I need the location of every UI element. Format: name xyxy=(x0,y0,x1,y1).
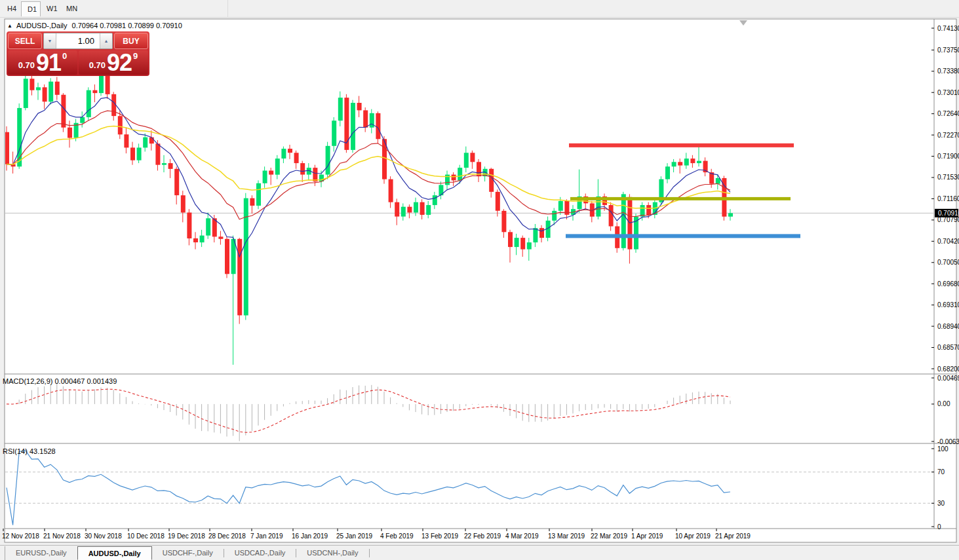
svg-text:0.73380: 0.73380 xyxy=(937,67,959,75)
svg-text:0.004694: 0.004694 xyxy=(937,375,959,382)
svg-text:30 Nov 2018: 30 Nov 2018 xyxy=(85,532,122,540)
svg-text:0.68940: 0.68940 xyxy=(937,323,959,330)
svg-text:10 Apr 2019: 10 Apr 2019 xyxy=(675,532,711,540)
buy-price-display[interactable]: 0.70 92 9 xyxy=(79,50,148,75)
tab-bar-lead xyxy=(0,546,5,560)
svg-text:0.69680: 0.69680 xyxy=(937,280,959,288)
chart-ohlc-values: 0.70964 0.70981 0.70899 0.70910 xyxy=(72,22,182,29)
chart-title: ▲AUDUSD-,Daily0.70964 0.70981 0.70899 0.… xyxy=(7,22,182,29)
svg-text:0: 0 xyxy=(937,523,941,531)
svg-text:22 Mar 2019: 22 Mar 2019 xyxy=(591,532,628,540)
svg-text:0.70790: 0.70790 xyxy=(937,216,959,223)
sell-button[interactable]: SELL xyxy=(8,33,42,49)
svg-text:0.74130: 0.74130 xyxy=(937,25,959,32)
svg-text:25 Jan 2019: 25 Jan 2019 xyxy=(336,532,372,540)
svg-text:0.73750: 0.73750 xyxy=(937,47,959,54)
svg-text:0.70420: 0.70420 xyxy=(937,238,959,245)
tab-timeframe-h4[interactable]: H4 xyxy=(1,1,21,16)
svg-text:0.68200: 0.68200 xyxy=(937,365,959,373)
svg-text:0.00: 0.00 xyxy=(937,400,950,407)
sell-price-prefix: 0.70 xyxy=(18,60,35,70)
symbol-tab-usdcad[interactable]: USDCAD-,Daily xyxy=(224,546,296,560)
rsi-value: 43.1528 xyxy=(29,447,56,455)
panel-collapse-icon[interactable]: ▲ xyxy=(7,23,12,29)
tab-separator xyxy=(369,549,370,557)
svg-text:100: 100 xyxy=(937,445,949,453)
volume-increase-icon[interactable]: ▲ xyxy=(100,33,112,48)
svg-text:0.71900: 0.71900 xyxy=(937,153,959,160)
svg-text:13 Feb 2019: 13 Feb 2019 xyxy=(421,532,459,540)
buy-price-big-digits: 92 xyxy=(107,53,132,73)
svg-text:21 Nov 2018: 21 Nov 2018 xyxy=(43,532,81,540)
tab-timeframe-w1[interactable]: W1 xyxy=(41,1,60,16)
chart-window: 0.741300.737500.733800.730100.726400.722… xyxy=(0,18,959,545)
symbol-tab-usdchf[interactable]: USDCHF-,Daily xyxy=(152,546,224,560)
symbol-tab-audusd[interactable]: AUDUSD-,Daily xyxy=(77,546,152,560)
buy-button[interactable]: BUY xyxy=(114,33,148,49)
tab-timeframe-mn[interactable]: MN xyxy=(60,1,80,16)
svg-text:-0.00639: -0.00639 xyxy=(937,438,959,445)
svg-text:70: 70 xyxy=(937,468,945,476)
svg-text:28 Dec 2018: 28 Dec 2018 xyxy=(208,532,246,540)
svg-text:21 Apr 2019: 21 Apr 2019 xyxy=(715,532,751,540)
svg-text:0.69310: 0.69310 xyxy=(937,301,959,308)
sell-price-big-digits: 91 xyxy=(36,53,61,73)
svg-text:12 Nov 2018: 12 Nov 2018 xyxy=(2,532,39,540)
symbol-tab-bar: EURUSD-,Daily AUDUSD-,Daily USDCHF-,Dail… xyxy=(0,545,959,560)
svg-text:22 Feb 2019: 22 Feb 2019 xyxy=(464,532,501,540)
one-click-trading-panel: SELL ▼ 1.00 ▲ BUY 0.70 91 0 0.70 92 9 xyxy=(7,31,149,76)
chart-symbol-label: AUDUSD-,Daily xyxy=(16,22,68,29)
chart-canvas[interactable]: 0.741300.737500.733800.730100.726400.722… xyxy=(0,18,959,545)
svg-text:0.71530: 0.71530 xyxy=(937,174,959,181)
volume-decrease-icon[interactable]: ▼ xyxy=(44,33,56,48)
svg-text:10 Dec 2018: 10 Dec 2018 xyxy=(127,532,165,540)
svg-text:7 Jan 2019: 7 Jan 2019 xyxy=(250,532,283,540)
svg-text:0.72640: 0.72640 xyxy=(937,110,959,117)
volume-field[interactable]: 1.00 xyxy=(56,33,100,48)
svg-text:0.68570: 0.68570 xyxy=(937,344,959,351)
svg-text:4 Mar 2019: 4 Mar 2019 xyxy=(505,532,539,540)
sell-price-pip-digit: 0 xyxy=(62,51,67,61)
symbol-tab-eurusd[interactable]: EURUSD-,Daily xyxy=(5,546,77,560)
svg-text:0.72270: 0.72270 xyxy=(937,132,959,139)
chart-shift-marker-icon[interactable] xyxy=(739,20,747,26)
macd-signal-value: 0.001439 xyxy=(87,377,117,385)
svg-text:4 Feb 2019: 4 Feb 2019 xyxy=(380,532,414,540)
timeframe-toolbar: H4 D1 W1 MN xyxy=(0,0,959,18)
svg-text:30: 30 xyxy=(937,500,945,507)
svg-text:0.71160: 0.71160 xyxy=(937,195,959,202)
buy-price-pip-digit: 9 xyxy=(133,51,138,61)
svg-text:13 Mar 2019: 13 Mar 2019 xyxy=(548,532,585,540)
volume-stepper: ▼ 1.00 ▲ xyxy=(43,33,113,49)
tab-timeframe-d1[interactable]: D1 xyxy=(21,1,41,16)
svg-text:16 Jan 2019: 16 Jan 2019 xyxy=(292,532,328,540)
svg-text:1 Apr 2019: 1 Apr 2019 xyxy=(631,532,663,540)
macd-indicator-label: MACD(12,26,9) 0.000467 0.001439 xyxy=(3,377,117,385)
rsi-indicator-label: RSI(14) 43.1528 xyxy=(3,447,56,455)
svg-text:0.73010: 0.73010 xyxy=(937,89,959,96)
toolbar-separator xyxy=(227,0,228,18)
symbol-tab-usdcnh[interactable]: USDCNH-,Daily xyxy=(296,546,368,560)
buy-price-prefix: 0.70 xyxy=(89,60,106,70)
svg-text:0.70050: 0.70050 xyxy=(937,259,959,266)
macd-value: 0.000467 xyxy=(54,377,85,385)
sell-price-display[interactable]: 0.70 91 0 xyxy=(8,50,77,75)
svg-text:19 Dec 2018: 19 Dec 2018 xyxy=(168,532,205,540)
svg-text:0.70910: 0.70910 xyxy=(938,210,959,217)
